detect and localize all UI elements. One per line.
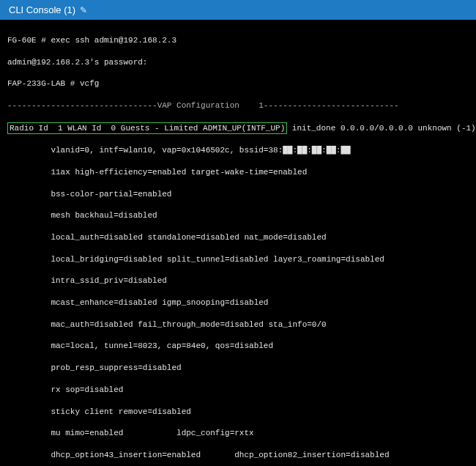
title-bar: CLI Console (1) ✎ <box>0 0 476 20</box>
cfg-line: vlanid=0, intf=wlan10, vap=0x1046502c, b… <box>7 145 469 156</box>
cfg-line: mac_auth=disabled fail_through_mode=disa… <box>7 319 469 330</box>
cfg-line: mu mimo=enabled ldpc_config=rxtx <box>7 428 469 439</box>
cmd-line: FG-60E # exec ssh admin@192.168.2.3 <box>7 35 469 46</box>
cfg-line: prob_resp_suppress=disabled <box>7 363 469 374</box>
cfg-line: local_auth=disabled standalone=disabled … <box>7 232 469 243</box>
cfg-line: rx sop=disabled <box>7 385 469 396</box>
vap-header-line: Radio Id 1 WLAN Id 0 Guests - Limited AD… <box>7 122 469 135</box>
highlight-admin-up: Radio Id 1 WLAN Id 0 Guests - Limited AD… <box>7 122 287 135</box>
cmd-line: FAP-233G-LAB # vcfg <box>7 78 469 89</box>
terminal-output: FG-60E # exec ssh admin@192.168.2.3 admi… <box>0 20 476 466</box>
edit-icon[interactable]: ✎ <box>80 5 87 15</box>
console-title: CLI Console (1) <box>9 4 75 15</box>
cfg-line: intra_ssid_priv=disabled <box>7 275 469 286</box>
cfg-line: dhcp_option43_insertion=enabled dhcp_opt… <box>7 450 469 461</box>
cfg-line: bss-color-partial=enabled <box>7 189 469 200</box>
password-prompt: admin@192.168.2.3's password: <box>7 57 469 68</box>
cfg-line: local_bridging=disabled split_tunnel=dis… <box>7 254 469 265</box>
cfg-line: 11ax high-efficiency=enabled target-wake… <box>7 167 469 178</box>
cfg-line: mac=local, tunnel=8023, cap=84e0, qos=di… <box>7 341 469 352</box>
cfg-line: sticky client remove=disabled <box>7 407 469 418</box>
cfg-line: mesh backhaul=disabled <box>7 210 469 221</box>
vap-status: init_done 0.0.0.0/0.0.0.0 unknown (-1) <box>287 124 475 133</box>
separator-line: -------------------------------VAP Confi… <box>7 100 469 111</box>
cfg-line: mcast_enhance=disabled igmp_snooping=dis… <box>7 297 469 308</box>
